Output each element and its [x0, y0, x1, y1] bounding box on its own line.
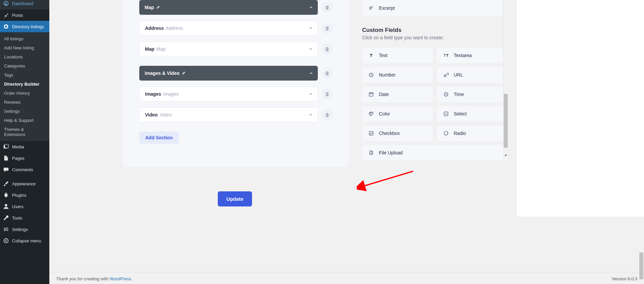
delete-field-button[interactable]: [322, 44, 333, 54]
chevron-down-icon: [309, 47, 313, 51]
delete-field-button[interactable]: [322, 109, 333, 120]
custom-field-url[interactable]: URL: [437, 67, 508, 83]
sidebar-sub-reviews[interactable]: Reviews: [0, 98, 49, 107]
field-row-map[interactable]: Map Map: [139, 42, 318, 56]
chevron-down-icon: [309, 92, 313, 96]
directory-icon: [3, 23, 9, 30]
add-section-button[interactable]: Add Section: [139, 132, 179, 144]
field-label: Address: [145, 26, 164, 31]
custom-field-file-upload[interactable]: File Upload: [362, 145, 508, 160]
pin-icon: [3, 12, 9, 18]
chevron-up-icon: [309, 5, 313, 9]
scrollbar-thumb[interactable]: [639, 252, 643, 279]
palette-icon: [368, 111, 374, 116]
sidebar-sub-themes[interactable]: Themes & Extensions: [0, 125, 49, 139]
sidebar-label: Media: [12, 144, 24, 149]
panel-scrollbar[interactable]: [503, 0, 508, 158]
sidebar-item-users[interactable]: Users: [0, 201, 49, 212]
field-sublabel: Images: [163, 91, 179, 97]
field-row-video[interactable]: Video Video: [139, 107, 318, 122]
sidebar-item-plugins[interactable]: Plugins: [0, 189, 49, 201]
sidebar-item-settings[interactable]: Settings: [0, 224, 49, 235]
sidebar-item-comments[interactable]: Comments: [0, 164, 49, 175]
pencil-icon: [182, 71, 186, 75]
tile-label: Time: [454, 92, 464, 97]
sidebar-sub-settings[interactable]: Settings: [0, 107, 49, 116]
delete-field-button[interactable]: [322, 23, 333, 34]
field-label: Video: [145, 112, 158, 117]
delete-section-button[interactable]: [322, 2, 333, 13]
page-scrollbar[interactable]: [639, 232, 644, 284]
text-icon: [368, 53, 374, 58]
comments-icon: [3, 166, 9, 173]
custom-field-select[interactable]: Select: [437, 106, 508, 122]
sidebar-label: Users: [12, 204, 23, 209]
delete-field-button[interactable]: [322, 89, 333, 99]
sidebar-sub-directory-builder[interactable]: Directory Builder: [0, 80, 49, 89]
sidebar-item-tools[interactable]: Tools: [0, 212, 49, 224]
sidebar-sub-help[interactable]: Help & Support: [0, 116, 49, 125]
sidebar-sub-order-history[interactable]: Order History: [0, 89, 49, 98]
fields-panel: Excerpt Custom Fields Click on a field t…: [349, 0, 508, 167]
custom-field-date[interactable]: Date: [362, 87, 433, 102]
tile-label: Color: [379, 111, 390, 116]
scrollbar-thumb[interactable]: [504, 94, 508, 148]
custom-field-number[interactable]: Number: [362, 67, 433, 83]
svg-point-10: [371, 112, 372, 113]
tile-label: Textarea: [454, 53, 472, 58]
sidebar-label: Pages: [12, 156, 24, 161]
sidebar-sub-locations[interactable]: Locations: [0, 52, 49, 61]
select-icon: [443, 111, 449, 116]
sidebar-item-dashboard[interactable]: Dashboard: [0, 0, 49, 9]
admin-footer: Thank you for creating with WordPress. V…: [49, 272, 644, 284]
tile-label: Select: [454, 111, 467, 116]
sidebar-submenu: All listings Add New listing Locations C…: [0, 32, 49, 141]
custom-field-radio[interactable]: Radio: [437, 126, 508, 141]
tile-label: Checkbox: [379, 131, 400, 136]
dashboard-icon: [3, 0, 9, 7]
sidebar-item-posts[interactable]: Posts: [0, 9, 49, 21]
sidebar-sub-categories[interactable]: Categories: [0, 61, 49, 70]
preset-label: Excerpt: [379, 5, 395, 11]
delete-section-button[interactable]: [322, 68, 333, 79]
field-sublabel: Video: [160, 112, 172, 117]
custom-field-color[interactable]: Color: [362, 106, 433, 122]
sidebar-item-directory-listings[interactable]: Directory listings: [0, 21, 49, 32]
sidebar-item-media[interactable]: Media: [0, 141, 49, 152]
custom-field-time[interactable]: Time: [437, 87, 508, 102]
sidebar-item-collapse[interactable]: Collapse menu: [0, 235, 49, 246]
field-row-address[interactable]: Address Address: [139, 21, 318, 36]
sidebar-sub-add-new[interactable]: Add New listing: [0, 43, 49, 52]
svg-point-13: [444, 131, 448, 135]
preset-field-excerpt[interactable]: Excerpt: [362, 0, 508, 16]
wrench-icon: [3, 215, 9, 221]
svg-point-9: [370, 113, 371, 114]
update-button[interactable]: Update: [218, 191, 252, 206]
svg-rect-3: [5, 144, 8, 148]
number-icon: [368, 72, 374, 78]
custom-field-text[interactable]: Text: [362, 48, 433, 63]
svg-line-14: [363, 171, 413, 186]
checkbox-icon: [368, 131, 374, 136]
custom-field-checkbox[interactable]: Checkbox: [362, 126, 433, 141]
svg-point-5: [4, 239, 8, 243]
sidebar-item-appearance[interactable]: Appearance: [0, 178, 49, 189]
collapse-icon: [3, 237, 9, 244]
field-label: Map: [145, 46, 154, 52]
field-label: Images: [145, 91, 161, 97]
section-header-map[interactable]: Map: [139, 0, 318, 15]
section-title: Images & Video: [145, 70, 180, 76]
field-sublabel: Address: [166, 26, 183, 31]
field-row-images[interactable]: Images Images: [139, 87, 318, 101]
link-icon: [443, 72, 449, 78]
footer-wp-link[interactable]: WordPress: [110, 276, 131, 281]
tile-label: URL: [454, 72, 463, 78]
sidebar-sub-tags[interactable]: Tags: [0, 70, 49, 80]
section-header-images-video[interactable]: Images & Video: [139, 66, 318, 81]
custom-field-textarea[interactable]: Textarea: [437, 48, 508, 63]
sidebar-label: Appearance: [12, 181, 36, 186]
tile-label: Text: [379, 53, 388, 58]
sidebar-label: Settings: [12, 227, 28, 232]
sidebar-item-pages[interactable]: Pages: [0, 152, 49, 164]
sidebar-sub-all-listings[interactable]: All listings: [0, 34, 49, 43]
